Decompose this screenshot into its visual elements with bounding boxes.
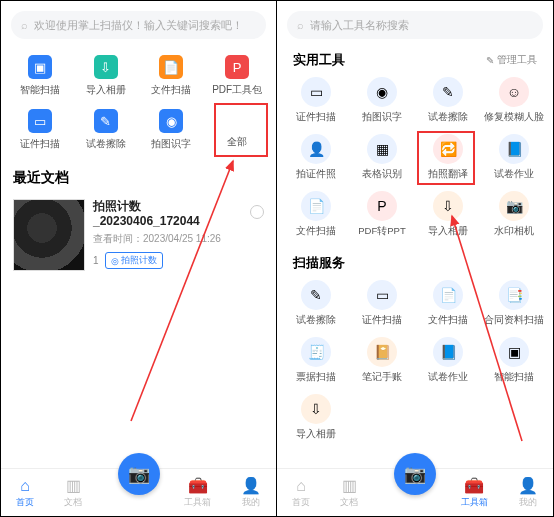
cell-表格识别[interactable]: ▦表格识别 <box>349 134 415 181</box>
nav-home[interactable]: ⌂首页 <box>16 477 34 509</box>
cell-label: 拍证件照 <box>296 168 336 181</box>
cell-笔记手账[interactable]: 📔笔记手账 <box>349 337 415 384</box>
cell-试卷擦除[interactable]: ✎试卷擦除 <box>283 280 349 327</box>
tool-icon <box>226 109 248 131</box>
cell-合同资料扫描[interactable]: 📑合同资料扫描 <box>481 280 547 327</box>
cell-拍图识字[interactable]: ◉拍图识字 <box>349 77 415 124</box>
recent-docs-title: 最近文档 <box>13 169 264 187</box>
home-icon: ⌂ <box>296 477 306 495</box>
cell-label: 导入相册 <box>428 225 468 238</box>
tool-label: 拍图识字 <box>151 137 191 151</box>
cell-label: 拍图识字 <box>362 111 402 124</box>
cell-icon: 📘 <box>499 134 529 164</box>
tool-icon: ◉ <box>159 109 183 133</box>
cell-icon: ☺ <box>499 77 529 107</box>
cell-icon: ⇩ <box>433 191 463 221</box>
tools-icon: 🧰 <box>464 476 484 495</box>
cell-icon: ◉ <box>367 77 397 107</box>
tool-全部[interactable]: 全部 <box>204 105 270 155</box>
cell-PDF转PPT[interactable]: PPDF转PPT <box>349 191 415 238</box>
cell-icon: 📷 <box>499 191 529 221</box>
cell-label: 文件扫描 <box>296 225 336 238</box>
tool-label: 文件扫描 <box>151 83 191 97</box>
cell-试卷擦除[interactable]: ✎试卷擦除 <box>415 77 481 124</box>
tool-智能扫描[interactable]: ▣智能扫描 <box>7 51 73 101</box>
cell-文件扫描[interactable]: 📄文件扫描 <box>283 191 349 238</box>
doc-row[interactable]: 拍照计数_20230406_172044 查看时间：2023/04/25 11:… <box>1 193 276 277</box>
tools-icon: 🧰 <box>188 476 208 495</box>
doc-meta: 查看时间：2023/04/25 11:26 <box>93 232 242 246</box>
cell-票据扫描[interactable]: 🧾票据扫描 <box>283 337 349 384</box>
cell-icon: P <box>367 191 397 221</box>
tool-grid: ▣智能扫描⇩导入相册📄文件扫描PPDF工具包▭证件扫描✎试卷擦除◉拍图识字全部 <box>1 45 276 165</box>
edit-icon: ✎ <box>486 55 494 66</box>
cell-修复模糊人脸[interactable]: ☺修复模糊人脸 <box>481 77 547 124</box>
cell-icon: ▣ <box>499 337 529 367</box>
cell-试卷作业[interactable]: 📘试卷作业 <box>415 337 481 384</box>
bottom-nav: ⌂首页 ▥文档 🧰工具箱 👤我的 📷 <box>277 468 553 516</box>
tool-文件扫描[interactable]: 📄文件扫描 <box>139 51 205 101</box>
nav-mine[interactable]: 👤我的 <box>518 476 538 509</box>
cell-icon: ▭ <box>301 77 331 107</box>
cell-icon: 📄 <box>301 191 331 221</box>
tool-icon: 📄 <box>159 55 183 79</box>
tool-icon: ⇩ <box>94 55 118 79</box>
cell-水印相机[interactable]: 📷水印相机 <box>481 191 547 238</box>
camera-fab[interactable]: 📷 <box>394 453 436 495</box>
search-placeholder: 请输入工具名称搜索 <box>310 18 409 33</box>
cell-label: 拍照翻译 <box>428 168 468 181</box>
cell-label: 试卷作业 <box>494 168 534 181</box>
tool-导入相册[interactable]: ⇩导入相册 <box>73 51 139 101</box>
nav-tools[interactable]: 🧰工具箱 <box>184 476 211 509</box>
cell-拍证件照[interactable]: 👤拍证件照 <box>283 134 349 181</box>
cell-label: 文件扫描 <box>428 314 468 327</box>
cell-拍照翻译[interactable]: 🔁拍照翻译 <box>415 134 481 181</box>
tool-label: 证件扫描 <box>20 137 60 151</box>
nav-mine[interactable]: 👤我的 <box>241 476 261 509</box>
home-icon: ⌂ <box>20 477 30 495</box>
cell-智能扫描[interactable]: ▣智能扫描 <box>481 337 547 384</box>
nav-tools[interactable]: 🧰工具箱 <box>461 476 488 509</box>
cell-icon: ✎ <box>433 77 463 107</box>
cell-icon: ✎ <box>301 280 331 310</box>
search-icon: ⌕ <box>21 19 28 31</box>
search-bar[interactable]: ⌕ 请输入工具名称搜索 <box>287 11 543 39</box>
cell-icon: ⇩ <box>301 394 331 424</box>
search-icon: ⌕ <box>297 19 304 31</box>
right-screen: ⌕ 请输入工具名称搜索 实用工具 ✎管理工具 ▭证件扫描◉拍图识字✎试卷擦除☺修… <box>277 1 553 516</box>
search-bar[interactable]: ⌕ 欢迎使用掌上扫描仪！输入关键词搜索吧！ <box>11 11 266 39</box>
manage-tools[interactable]: ✎管理工具 <box>486 53 537 67</box>
doc-tag: 拍照计数 <box>105 252 163 269</box>
cell-icon: 📄 <box>433 280 463 310</box>
tool-试卷擦除[interactable]: ✎试卷擦除 <box>73 105 139 155</box>
cell-label: 导入相册 <box>296 428 336 441</box>
cell-label: 证件扫描 <box>296 111 336 124</box>
nav-home[interactable]: ⌂首页 <box>292 477 310 509</box>
cell-icon: 📑 <box>499 280 529 310</box>
tool-证件扫描[interactable]: ▭证件扫描 <box>7 105 73 155</box>
docs-icon: ▥ <box>342 476 357 495</box>
cell-label: 修复模糊人脸 <box>484 111 544 124</box>
cell-证件扫描[interactable]: ▭证件扫描 <box>283 77 349 124</box>
cell-label: 证件扫描 <box>362 314 402 327</box>
cell-文件扫描[interactable]: 📄文件扫描 <box>415 280 481 327</box>
tool-PDF工具包[interactable]: PPDF工具包 <box>204 51 270 101</box>
nav-docs[interactable]: ▥文档 <box>340 476 358 509</box>
tool-拍图识字[interactable]: ◉拍图识字 <box>139 105 205 155</box>
cell-导入相册[interactable]: ⇩导入相册 <box>283 394 349 441</box>
scan-grid: ✎试卷擦除▭证件扫描📄文件扫描📑合同资料扫描🧾票据扫描📔笔记手账📘试卷作业▣智能… <box>283 276 547 451</box>
cell-label: 试卷擦除 <box>296 314 336 327</box>
cell-导入相册[interactable]: ⇩导入相册 <box>415 191 481 238</box>
search-placeholder: 欢迎使用掌上扫描仪！输入关键词搜索吧！ <box>34 18 243 33</box>
camera-fab[interactable]: 📷 <box>118 453 160 495</box>
cell-证件扫描[interactable]: ▭证件扫描 <box>349 280 415 327</box>
user-icon: 👤 <box>518 476 538 495</box>
bottom-nav: ⌂首页 ▥文档 🧰工具箱 👤我的 📷 <box>1 468 276 516</box>
cell-icon: 📔 <box>367 337 397 367</box>
cell-label: 试卷作业 <box>428 371 468 384</box>
select-circle[interactable] <box>250 205 264 219</box>
tool-icon: P <box>225 55 249 79</box>
cell-试卷作业[interactable]: 📘试卷作业 <box>481 134 547 181</box>
nav-docs[interactable]: ▥文档 <box>64 476 82 509</box>
cell-label: 试卷擦除 <box>428 111 468 124</box>
